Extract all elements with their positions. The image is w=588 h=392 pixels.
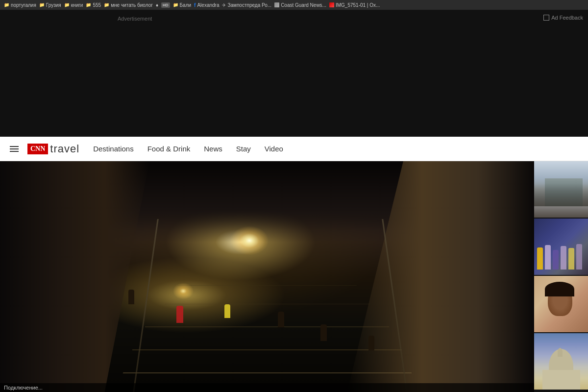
logo-icon	[329, 2, 334, 7]
bookmark-label: Грузия	[46, 2, 61, 8]
stair-4	[165, 304, 370, 304]
bookmark-4[interactable]: 📁 555	[86, 2, 101, 8]
bookmark-label: IMG_5751-01 | Ох...	[336, 2, 380, 8]
bookmark-label: 555	[93, 2, 101, 8]
bookmark-11[interactable]: IMG_5751-01 | Ох...	[329, 2, 380, 8]
bookmark-label: мне читать биолог	[111, 2, 153, 8]
cave-stairs-area	[107, 161, 427, 392]
bookmark-2[interactable]: 📁 Грузия	[39, 2, 61, 8]
people-silhouettes	[537, 236, 586, 270]
snow-ground	[534, 206, 588, 218]
stair-3	[145, 326, 389, 327]
light-source-center	[230, 226, 269, 255]
building-shape	[545, 178, 583, 209]
logo-icon	[274, 2, 279, 7]
sidebar-thumb-3[interactable]	[534, 276, 588, 332]
hamburger-menu[interactable]	[8, 144, 21, 154]
folder-icon: 📁	[4, 2, 9, 7]
folder-icon: 📁	[64, 2, 70, 7]
advertisement-area: Advertisement Ad Feedback	[0, 10, 588, 137]
ad-feedback-label: Ad Feedback	[551, 15, 583, 21]
figure-4	[278, 312, 284, 327]
sidebar-thumb-4[interactable]	[534, 333, 588, 390]
ad-feedback-button[interactable]: Ad Feedback	[543, 15, 583, 21]
nav-link-video[interactable]: Video	[265, 145, 283, 153]
bookmark-label: португалия	[11, 2, 36, 8]
hair-shape	[545, 282, 574, 296]
bookmark-3[interactable]: 📁 книги	[64, 2, 83, 8]
hamburger-line	[10, 146, 19, 147]
bookmark-10[interactable]: Coast Guard News...	[274, 2, 326, 8]
hamburger-line	[10, 148, 19, 149]
bookmark-label: Бали	[180, 2, 192, 8]
cnn-logo[interactable]: CNN	[27, 144, 48, 154]
main-content: Подключение...	[0, 161, 588, 392]
ad-label: Advertisement	[118, 16, 152, 22]
nav-links: Destinations Food & Drink News Stay Vide…	[93, 145, 283, 153]
figure-2	[176, 306, 183, 323]
bookmark-label: книги	[71, 2, 83, 8]
sidebar	[534, 161, 588, 392]
arrow-icon: ✈	[222, 2, 226, 8]
sidebar-image-2	[534, 219, 588, 275]
sidebar-image-4	[534, 333, 588, 390]
status-text: Подключение...	[4, 385, 43, 391]
handrail-left	[133, 219, 159, 392]
status-bar: Подключение...	[0, 383, 534, 392]
stair-5	[177, 285, 357, 286]
bookmark-label: Зампостпреда Ро...	[227, 2, 271, 8]
folder-icon: 📁	[86, 2, 91, 7]
bookmark-hd[interactable]: HD	[161, 2, 170, 8]
lantern-top	[558, 348, 563, 357]
sidebar-image-3	[534, 276, 588, 332]
travel-logo[interactable]: travel	[50, 143, 79, 155]
browser-bookmarks-bar: 📁 португалия 📁 Грузия 📁 книги 📁 555 📁 мн…	[0, 0, 588, 10]
bookmark-label: HD	[161, 2, 170, 8]
cave-image	[0, 161, 534, 392]
bookmark-1[interactable]: 📁 португалия	[4, 2, 36, 8]
facebook-icon: f	[194, 2, 196, 8]
bookmark-label: Coast Guard News...	[281, 2, 326, 8]
figure-3	[224, 304, 230, 318]
handrail-right	[382, 219, 408, 392]
sidebar-thumb-1[interactable]	[534, 161, 588, 218]
bookmark-9[interactable]: ✈ Зампостпреда Ро...	[222, 2, 271, 8]
light-source-left	[171, 281, 196, 301]
stair-2	[132, 349, 401, 350]
hamburger-line	[10, 151, 19, 152]
nav-link-destinations[interactable]: Destinations	[93, 145, 134, 153]
bookmark-6[interactable]: ♦	[156, 2, 158, 8]
figure-6	[368, 336, 374, 350]
folder-icon: 📁	[104, 2, 109, 7]
bookmark-label: Alexandra	[197, 2, 219, 8]
bookmark-8[interactable]: f Alexandra	[194, 2, 219, 8]
main-image-area: Подключение...	[0, 161, 534, 392]
sidebar-image-1	[534, 161, 588, 218]
bookmark-label: ♦	[156, 2, 158, 8]
nav-bar: CNN travel Destinations Food & Drink New…	[0, 137, 588, 161]
figure-1	[128, 290, 134, 304]
ad-feedback-icon	[543, 15, 549, 21]
building-base	[542, 370, 580, 390]
nav-link-stay[interactable]: Stay	[236, 145, 251, 153]
folder-icon: 📁	[173, 2, 178, 7]
folder-icon: 📁	[39, 2, 45, 7]
sidebar-thumb-2[interactable]	[534, 219, 588, 275]
nav-link-news[interactable]: News	[204, 145, 222, 153]
nav-link-food-drink[interactable]: Food & Drink	[147, 145, 191, 153]
figure-5	[320, 324, 327, 341]
bookmark-5[interactable]: 📁 мне читать биолог	[104, 2, 153, 8]
bookmark-7[interactable]: 📁 Бали	[173, 2, 192, 8]
stair-1	[122, 372, 412, 373]
